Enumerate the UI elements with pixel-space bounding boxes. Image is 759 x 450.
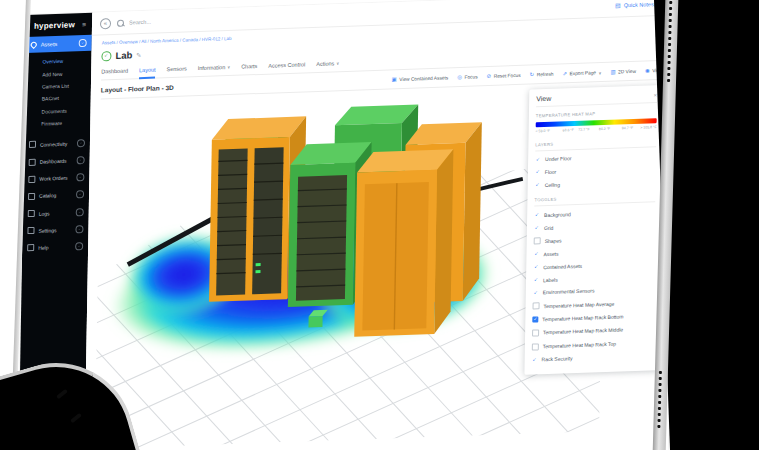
- export-page-label: Export Page: [570, 70, 596, 76]
- reset-focus-button[interactable]: ⊘Reset Focus: [487, 73, 521, 80]
- catalog-icon: [28, 193, 35, 200]
- work-orders-icon: [28, 176, 35, 183]
- focus-button[interactable]: ◎Focus: [457, 74, 477, 80]
- scale-label: 72.7 °F: [578, 127, 589, 131]
- scale-label: 63.6 °F: [563, 128, 574, 132]
- chevron-down-icon: ∨: [336, 61, 339, 66]
- toggle-label: Labels: [543, 276, 558, 283]
- expand-icon: ›: [76, 173, 84, 181]
- checkbox-icon[interactable]: ✓: [533, 251, 539, 257]
- chevron-down-icon: ∨: [227, 64, 230, 69]
- focus-icon: ◎: [457, 75, 462, 81]
- checkbox-icon[interactable]: [532, 343, 539, 350]
- refresh-label: Refresh: [537, 72, 554, 78]
- focus-label: Focus: [465, 74, 478, 79]
- tab-information[interactable]: Information∨: [198, 64, 231, 76]
- export-page-icon: ⇗: [562, 71, 567, 77]
- checkbox-icon[interactable]: [534, 238, 541, 245]
- tab-charts[interactable]: Charts: [241, 63, 257, 75]
- section-title: Layout - Floor Plan - 3D: [101, 84, 174, 94]
- toggle-label: Under Floor: [545, 156, 571, 163]
- expand-icon: ›: [76, 191, 84, 199]
- main-area: « ▤ Quick Notes Assets / Overview / All …: [84, 0, 676, 450]
- toggle-label: Temperature Heat Map Rack Bottom: [542, 313, 623, 322]
- sidebar-item-label: Settings: [38, 226, 71, 233]
- checkbox-icon[interactable]: [533, 303, 540, 310]
- sidebar-item-label: Help: [38, 244, 71, 251]
- toggle-label: Assets: [543, 251, 558, 258]
- location-pin-icon: [30, 41, 38, 49]
- checkbox-icon[interactable]: ✓: [533, 277, 539, 283]
- checkbox-icon[interactable]: ✓: [535, 157, 541, 163]
- checkbox-icon[interactable]: [532, 329, 539, 336]
- page-content: Assets / Overview / All / North America …: [84, 15, 675, 450]
- expand-icon: ›: [77, 156, 85, 164]
- temperature-scale: < 59.0 °F63.6 °F72.7 °F84.2 °F94.7 °F> 1…: [536, 125, 657, 136]
- view-panel: View × TEMPERATURE HEAT MAP < 59.0 °F63.…: [524, 85, 664, 375]
- view-icon: ◉: [645, 68, 650, 74]
- app-logo: hyperview: [34, 20, 75, 30]
- 2d-view-button[interactable]: ▥2D View: [610, 69, 636, 75]
- view-contained-assets-button[interactable]: ▣View Contained Assets: [392, 75, 449, 82]
- sidebar-item-label: Work Orders: [39, 175, 72, 182]
- view-contained-assets-label: View Contained Assets: [399, 75, 448, 82]
- reset-focus-label: Reset Focus: [494, 73, 521, 79]
- toggle-label: Temperature Heat Map Rack Middle: [543, 327, 623, 336]
- sidebar-item-label: Catalog: [39, 192, 72, 199]
- close-icon[interactable]: ×: [654, 92, 658, 98]
- checkbox-icon[interactable]: ✓: [534, 212, 540, 218]
- scale-label: > 105.8 °F: [640, 125, 656, 130]
- checkbox-icon[interactable]: ✓: [532, 357, 538, 363]
- export-page-button[interactable]: ⇗Export Page∨: [562, 70, 601, 77]
- toggle-label: Shapes: [545, 237, 562, 244]
- 2d-view-label: 2D View: [618, 69, 636, 75]
- checkbox-icon[interactable]: ✓: [533, 290, 539, 296]
- rack-orange-front-right[interactable]: [354, 149, 453, 337]
- settings-icon: [27, 227, 34, 234]
- floorplan-3d-canvas[interactable]: View × TEMPERATURE HEAT MAP < 59.0 °F63.…: [94, 80, 666, 450]
- quick-notes-button[interactable]: ▤ Quick Notes: [615, 1, 654, 8]
- sidebar-nav-list: Connectivity›Dashboards›Work Orders›Cata…: [22, 134, 90, 257]
- tab-sensors[interactable]: Sensors: [166, 65, 186, 77]
- hamburger-icon[interactable]: ≡: [82, 21, 86, 28]
- tab-layout[interactable]: Layout: [139, 67, 156, 80]
- heatmap-section-label: TEMPERATURE HEAT MAP: [536, 109, 657, 118]
- checkbox-icon[interactable]: ✓: [535, 169, 541, 175]
- assets-submenu: OverviewAdd NewCamera ListBACnetDocument…: [24, 51, 91, 135]
- collapse-sidebar-icon[interactable]: «: [100, 18, 111, 29]
- sidebar-item-label: Connectivity: [40, 140, 73, 147]
- refresh-button[interactable]: ↻Refresh: [530, 71, 554, 77]
- checkbox-icon[interactable]: ✓: [535, 182, 541, 188]
- toggle-label: Temperature Heat Map Average: [544, 300, 615, 308]
- page-title: Lab: [115, 49, 132, 61]
- toggle-label: Contained Assets: [543, 263, 582, 270]
- sidebar-item-help[interactable]: Help›: [22, 237, 88, 257]
- checkbox-icon[interactable]: ✓: [532, 316, 538, 322]
- sidebar-subitem-firmware[interactable]: Firmware: [24, 116, 90, 131]
- sidebar-item-label: Dashboards: [40, 158, 73, 165]
- tab-access-control[interactable]: Access Control: [268, 61, 305, 73]
- toggle-label: Floor: [545, 169, 557, 175]
- tab-dashboard[interactable]: Dashboard: [101, 68, 128, 80]
- edit-icon[interactable]: ✎: [136, 51, 141, 58]
- scale-label: 84.2 °F: [599, 127, 610, 131]
- quick-notes-label: Quick Notes: [624, 1, 654, 8]
- expand-icon: ›: [75, 242, 83, 250]
- refresh-icon: ↻: [530, 72, 535, 78]
- sidebar-item-label: Assets: [41, 40, 75, 47]
- status-ok-icon: ✓: [101, 51, 111, 61]
- search-input[interactable]: [127, 14, 251, 26]
- checkbox-icon[interactable]: ✓: [534, 225, 540, 231]
- scale-label: < 59.0 °F: [536, 129, 550, 134]
- toggle-label: Rack Security: [542, 356, 573, 363]
- speaker-grille-top-icon: [667, 1, 673, 82]
- tab-actions[interactable]: Actions∨: [316, 60, 339, 72]
- speaker-grille-bottom-icon: [657, 371, 663, 428]
- toggle-label: Ceiling: [545, 181, 560, 188]
- checkbox-icon[interactable]: ✓: [533, 264, 539, 270]
- view-panel-title: View: [536, 95, 551, 103]
- search-icon: [117, 19, 124, 26]
- layers-list: ✓Under Floor✓Floor✓Ceiling: [535, 149, 657, 192]
- dashboards-icon: [29, 158, 36, 165]
- 2d-view-icon: ▥: [610, 69, 615, 75]
